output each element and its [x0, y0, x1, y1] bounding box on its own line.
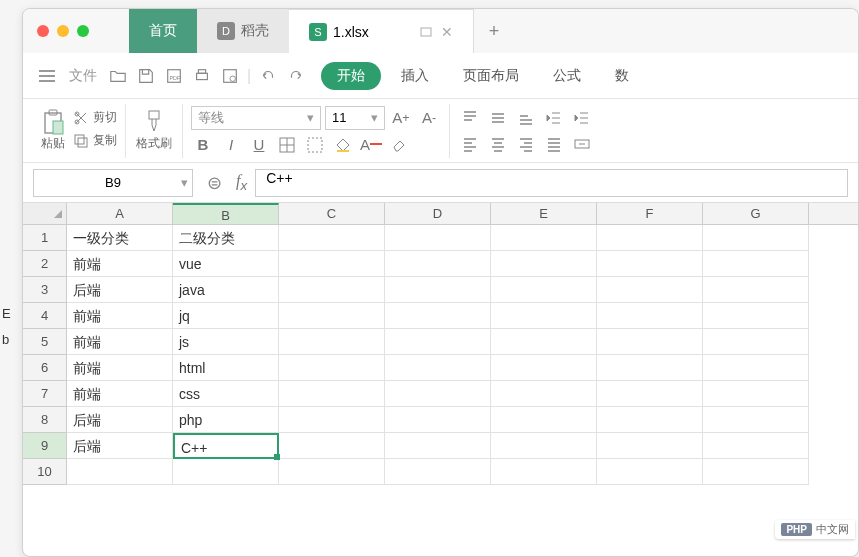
align-left-icon[interactable] — [458, 133, 482, 155]
formula-input[interactable]: C++ — [255, 169, 848, 197]
cell[interactable] — [491, 381, 597, 407]
font-color-button[interactable]: A — [359, 134, 383, 156]
select-all-corner[interactable] — [23, 203, 67, 224]
col-header-D[interactable]: D — [385, 203, 491, 224]
cell[interactable]: 前端 — [67, 355, 173, 381]
col-header-F[interactable]: F — [597, 203, 703, 224]
cut-button[interactable]: 剪切 — [73, 109, 117, 126]
cell[interactable]: js — [173, 329, 279, 355]
indent-increase-icon[interactable] — [570, 107, 594, 129]
col-header-C[interactable]: C — [279, 203, 385, 224]
align-center-icon[interactable] — [486, 133, 510, 155]
cell[interactable] — [67, 459, 173, 485]
cell[interactable]: vue — [173, 251, 279, 277]
cell[interactable] — [279, 277, 385, 303]
detach-icon[interactable] — [419, 25, 433, 39]
cell[interactable] — [597, 303, 703, 329]
cell[interactable] — [491, 303, 597, 329]
cell[interactable] — [385, 407, 491, 433]
cell[interactable] — [279, 407, 385, 433]
cell[interactable]: css — [173, 381, 279, 407]
tab-home[interactable]: 首页 — [129, 9, 197, 53]
menu-start[interactable]: 开始 — [321, 62, 381, 90]
decrease-font-icon[interactable]: A- — [417, 107, 441, 129]
menu-file[interactable]: 文件 — [65, 63, 101, 89]
new-tab-button[interactable]: + — [489, 21, 500, 42]
italic-button[interactable]: I — [219, 134, 243, 156]
cell[interactable]: 一级分类 — [67, 225, 173, 251]
cell[interactable] — [279, 459, 385, 485]
align-bottom-icon[interactable] — [514, 107, 538, 129]
col-header-B[interactable]: B — [173, 203, 279, 224]
row-header[interactable]: 1 — [23, 225, 67, 251]
cell[interactable] — [491, 225, 597, 251]
cell[interactable]: 前端 — [67, 251, 173, 277]
row-header[interactable]: 8 — [23, 407, 67, 433]
cell[interactable]: jq — [173, 303, 279, 329]
row-header[interactable]: 10 — [23, 459, 67, 485]
undo-icon[interactable] — [257, 65, 279, 87]
cell-style-button[interactable] — [303, 134, 327, 156]
close-tab-icon[interactable]: ✕ — [441, 24, 453, 40]
close-window-icon[interactable] — [37, 25, 49, 37]
underline-button[interactable]: U — [247, 134, 271, 156]
col-header-E[interactable]: E — [491, 203, 597, 224]
pdf-icon[interactable]: PDF — [163, 65, 185, 87]
menu-formula[interactable]: 公式 — [539, 67, 595, 85]
cell[interactable] — [597, 225, 703, 251]
print-icon[interactable] — [191, 65, 213, 87]
fx-icon[interactable]: fx — [236, 172, 247, 193]
cell[interactable] — [385, 433, 491, 459]
cell[interactable] — [597, 277, 703, 303]
font-size-select[interactable]: 11▾ — [325, 106, 385, 130]
align-right-icon[interactable] — [514, 133, 538, 155]
cell[interactable] — [279, 355, 385, 381]
justify-icon[interactable] — [542, 133, 566, 155]
cell[interactable] — [279, 251, 385, 277]
cell[interactable] — [385, 251, 491, 277]
row-header[interactable]: 6 — [23, 355, 67, 381]
cell[interactable] — [703, 433, 809, 459]
cell[interactable]: 后端 — [67, 433, 173, 459]
bold-button[interactable]: B — [191, 134, 215, 156]
preview-icon[interactable] — [219, 65, 241, 87]
minimize-window-icon[interactable] — [57, 25, 69, 37]
col-header-G[interactable]: G — [703, 203, 809, 224]
cell[interactable] — [279, 225, 385, 251]
hamburger-icon[interactable] — [35, 66, 59, 86]
cell[interactable] — [597, 329, 703, 355]
zoom-extent-icon[interactable]: ⊜ — [207, 172, 222, 194]
cell[interactable] — [385, 225, 491, 251]
menu-insert[interactable]: 插入 — [387, 67, 443, 85]
name-box[interactable]: B9 ▾ — [33, 169, 193, 197]
redo-icon[interactable] — [285, 65, 307, 87]
cell[interactable]: html — [173, 355, 279, 381]
cell[interactable] — [279, 329, 385, 355]
cell[interactable] — [385, 277, 491, 303]
row-header[interactable]: 3 — [23, 277, 67, 303]
cell[interactable] — [597, 459, 703, 485]
cell[interactable] — [173, 459, 279, 485]
cell[interactable] — [703, 381, 809, 407]
tab-file[interactable]: S 1.xlsx ✕ — [289, 9, 474, 53]
cell[interactable]: php — [173, 407, 279, 433]
row-header[interactable]: 9 — [23, 433, 67, 459]
tab-docer[interactable]: D 稻壳 — [197, 9, 289, 53]
cell[interactable] — [703, 459, 809, 485]
cell[interactable] — [703, 225, 809, 251]
cell[interactable]: C++ — [173, 433, 279, 459]
cell[interactable] — [491, 407, 597, 433]
row-header[interactable]: 7 — [23, 381, 67, 407]
cell[interactable] — [703, 329, 809, 355]
cell[interactable] — [491, 277, 597, 303]
cell[interactable] — [703, 355, 809, 381]
row-header[interactable]: 5 — [23, 329, 67, 355]
cell[interactable] — [385, 329, 491, 355]
maximize-window-icon[interactable] — [77, 25, 89, 37]
cell[interactable] — [703, 251, 809, 277]
cell[interactable] — [279, 381, 385, 407]
cell[interactable] — [703, 303, 809, 329]
cell[interactable] — [491, 433, 597, 459]
cell[interactable] — [385, 303, 491, 329]
cell[interactable]: 后端 — [67, 407, 173, 433]
